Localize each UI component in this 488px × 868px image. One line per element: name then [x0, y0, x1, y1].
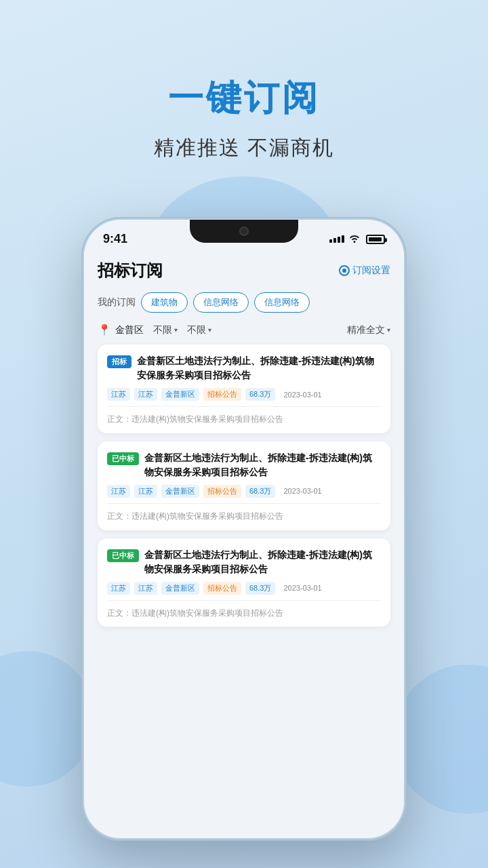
hero-title: 一键订阅: [0, 75, 488, 122]
card-tag-amount: 68.3万: [245, 582, 275, 595]
filter-tab-0[interactable]: 建筑物: [141, 292, 188, 313]
filter-tab-2[interactable]: 信息网络: [254, 292, 310, 313]
list-item[interactable]: 已中标 金普新区土地违法行为制止、拆除违建-拆违法建(构)筑物安保服务采购项目招…: [98, 538, 390, 627]
card-tag-location: 金普新区: [161, 388, 199, 401]
settings-label: 订阅设置: [352, 264, 390, 277]
list-item[interactable]: 招标 金普新区土地违法行为制止、拆除违建-拆违法建(构)筑物安保服务采购项目招标…: [98, 344, 390, 433]
card-tag-location: 江苏: [134, 582, 157, 595]
filter-label-1: 不限: [187, 324, 206, 336]
card-header: 已中标 金普新区土地违法行为制止、拆除违建-拆违法建(构)筑物安保服务采购项目招…: [107, 548, 381, 576]
location-bar: 📍 金普区 不限 ▾ 不限 ▾ 精准全文 ▾: [98, 319, 390, 344]
settings-icon: [339, 265, 350, 276]
card-tags: 江苏江苏金普新区招标公告68.3万2023-03-01: [107, 388, 381, 401]
battery-icon: [366, 235, 385, 244]
card-tag-type: 招标公告: [203, 388, 241, 401]
card-tag-location: 江苏: [134, 485, 157, 498]
card-tag-type: 招标公告: [203, 582, 241, 595]
card-header: 招标 金普新区土地违法行为制止、拆除违建-拆违法建(构)筑物安保服务采购项目招标…: [107, 354, 381, 382]
card-tag-amount: 68.3万: [245, 388, 275, 401]
card-tag-location: 江苏: [107, 388, 130, 401]
card-tag-amount: 68.3万: [245, 485, 275, 498]
card-header: 已中标 金普新区土地违法行为制止、拆除违建-拆违法建(构)筑物安保服务采购项目招…: [107, 451, 381, 479]
cards-container: 招标 金普新区土地违法行为制止、拆除违建-拆违法建(构)筑物安保服务采购项目招标…: [98, 344, 390, 627]
bg-blob-left: [0, 651, 95, 787]
card-preview: 正文：违法建(构)筑物安保服务采购项目招标公告: [107, 608, 381, 619]
card-title: 金普新区土地违法行为制止、拆除违建-拆违法建(构)筑物安保服务采购项目招标公告: [137, 354, 381, 382]
card-tag-type: 招标公告: [203, 485, 241, 498]
card-tag-location: 金普新区: [161, 485, 199, 498]
phone-mockup: 9:41: [81, 217, 407, 841]
bg-blob-right: [393, 665, 488, 814]
status-badge: 已中标: [107, 452, 139, 465]
card-title: 金普新区土地违法行为制止、拆除违建-拆违法建(构)筑物安保服务采购项目招标公告: [144, 548, 381, 576]
card-divider: [107, 600, 381, 601]
filter-dropdown-1[interactable]: 不限 ▾: [187, 324, 211, 336]
card-title: 金普新区土地违法行为制止、拆除违建-拆违法建(构)筑物安保服务采购项目招标公告: [144, 451, 381, 479]
filter-tabs: 我的订阅 建筑物 信息网络 信息网络: [98, 288, 390, 319]
card-tags: 江苏江苏金普新区招标公告68.3万2023-03-01: [107, 582, 381, 595]
settings-button[interactable]: 订阅设置: [339, 264, 390, 277]
list-item[interactable]: 已中标 金普新区土地违法行为制止、拆除违建-拆违法建(构)筑物安保服务采购项目招…: [98, 441, 390, 530]
chevron-down-icon-1: ▾: [208, 326, 211, 334]
filter-label-2: 精准全文: [347, 324, 385, 336]
card-divider: [107, 503, 381, 504]
hero-subtitle: 精准推送 不漏商机: [0, 134, 488, 162]
status-icons: [329, 233, 385, 245]
filter-dropdown-2[interactable]: 精准全文 ▾: [347, 324, 390, 336]
status-badge: 招标: [107, 355, 131, 368]
filter-dropdown-0[interactable]: 不限 ▾: [153, 324, 178, 336]
location-name: 金普区: [115, 324, 144, 336]
app-header: 招标订阅 订阅设置: [98, 250, 390, 288]
signal-icon: [329, 235, 344, 243]
card-tag-date: 2023-03-01: [279, 583, 325, 593]
chevron-down-icon-2: ▾: [387, 326, 390, 334]
card-tag-location: 江苏: [107, 485, 130, 498]
phone-inner: 9:41: [84, 220, 404, 838]
camera: [239, 226, 249, 236]
location-pin-icon: 📍: [98, 323, 111, 336]
my-subscription-label: 我的订阅: [98, 296, 136, 309]
card-tag-location: 江苏: [107, 582, 130, 595]
card-tag-date: 2023-03-01: [279, 389, 325, 400]
chevron-down-icon-0: ▾: [174, 326, 178, 334]
card-tags: 江苏江苏金普新区招标公告68.3万2023-03-01: [107, 485, 381, 498]
card-tag-location: 金普新区: [161, 582, 199, 595]
phone-notch: [190, 220, 298, 243]
filter-label-0: 不限: [153, 324, 172, 336]
wifi-icon: [348, 233, 361, 245]
card-preview: 正文：违法建(构)筑物安保服务采购项目招标公告: [107, 414, 381, 425]
app-title: 招标订阅: [98, 260, 163, 281]
status-time: 9:41: [103, 232, 127, 246]
card-divider: [107, 406, 381, 407]
card-tag-date: 2023-03-01: [279, 486, 325, 496]
filter-tab-1[interactable]: 信息网络: [193, 292, 249, 313]
app-content: 招标订阅 订阅设置 我的订阅 建筑物 信息网络 信息网络: [84, 250, 404, 627]
status-badge: 已中标: [107, 549, 139, 562]
phone-frame: 9:41: [81, 217, 407, 841]
card-tag-location: 江苏: [134, 388, 157, 401]
hero-section: 一键订阅 精准推送 不漏商机: [0, 0, 488, 162]
card-preview: 正文：违法建(构)筑物安保服务采购项目招标公告: [107, 511, 381, 522]
